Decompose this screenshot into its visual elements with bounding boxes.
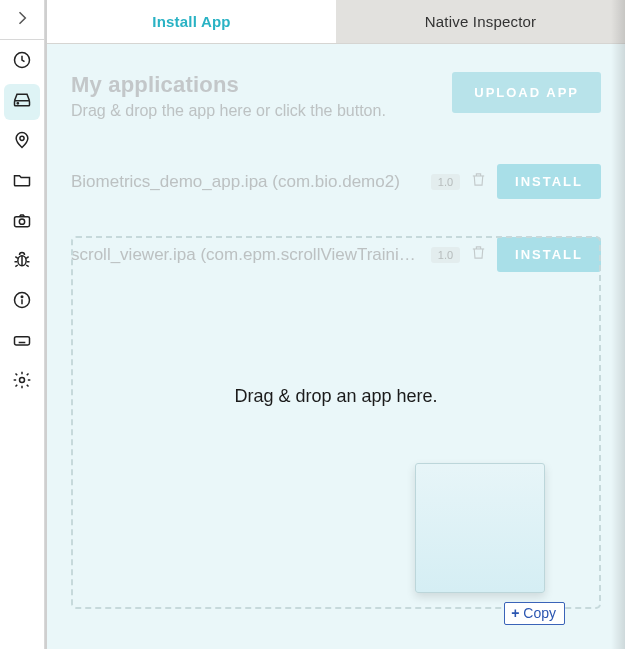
camera-icon <box>12 210 32 234</box>
install-button[interactable]: INSTALL <box>497 237 601 272</box>
clock-icon <box>12 50 32 74</box>
page-subtitle: Drag & drop the app here or click the bu… <box>71 102 386 120</box>
drop-zone-label: Drag & drop an app here. <box>47 386 625 407</box>
app-list: Biometrics_demo_app.ipa (com.bio.demo2) … <box>71 156 601 280</box>
keyboard-icon <box>12 330 32 354</box>
svg-point-9 <box>21 296 23 298</box>
page-title: My applications <box>71 72 386 98</box>
gear-icon <box>12 370 32 394</box>
drag-preview <box>415 463 545 593</box>
sidebar-expand[interactable] <box>0 0 44 40</box>
delete-app-button[interactable] <box>470 244 487 265</box>
app-name: scroll_viewer.ipa (com.epm.scrollViewTra… <box>71 245 421 265</box>
svg-point-15 <box>20 378 25 383</box>
sidebar-item-keyboard[interactable] <box>4 324 40 360</box>
svg-point-3 <box>20 136 24 140</box>
trash-icon <box>470 171 487 192</box>
install-app-panel: My applications Drag & drop the app here… <box>47 44 625 649</box>
plus-icon: + <box>511 605 519 621</box>
install-button[interactable]: INSTALL <box>497 164 601 199</box>
drag-copy-label: Copy <box>523 605 556 621</box>
harddrive-icon <box>12 90 32 114</box>
app-row: scroll_viewer.ipa (com.epm.scrollViewTra… <box>71 229 601 280</box>
tab-bar: Install App Native Inspector <box>47 0 625 44</box>
app-row: Biometrics_demo_app.ipa (com.bio.demo2) … <box>71 156 601 207</box>
sidebar-item-folder[interactable] <box>4 164 40 200</box>
folder-icon <box>12 170 32 194</box>
location-icon <box>12 130 32 154</box>
tab-install-app[interactable]: Install App <box>47 0 336 43</box>
bug-icon <box>12 250 32 274</box>
app-name: Biometrics_demo_app.ipa (com.bio.demo2) <box>71 172 421 192</box>
main-panel: Install App Native Inspector My applicat… <box>45 0 625 649</box>
app-version-badge: 1.0 <box>431 247 460 263</box>
sidebar-item-camera[interactable] <box>4 204 40 240</box>
sidebar <box>0 0 45 649</box>
tab-native-inspector[interactable]: Native Inspector <box>336 0 625 43</box>
trash-icon <box>470 244 487 265</box>
svg-rect-10 <box>15 337 30 345</box>
info-icon <box>12 290 32 314</box>
delete-app-button[interactable] <box>470 171 487 192</box>
svg-rect-4 <box>15 217 30 227</box>
chevron-right-icon <box>12 8 32 32</box>
sidebar-item-clock[interactable] <box>4 44 40 80</box>
sidebar-item-harddrive[interactable] <box>4 84 40 120</box>
svg-point-5 <box>19 219 24 224</box>
sidebar-item-location[interactable] <box>4 124 40 160</box>
svg-point-2 <box>17 103 18 104</box>
upload-app-button[interactable]: UPLOAD APP <box>452 72 601 113</box>
app-version-badge: 1.0 <box>431 174 460 190</box>
sidebar-item-settings[interactable] <box>4 364 40 400</box>
sidebar-item-info[interactable] <box>4 284 40 320</box>
sidebar-item-bug[interactable] <box>4 244 40 280</box>
drag-copy-badge: + Copy <box>504 602 565 625</box>
